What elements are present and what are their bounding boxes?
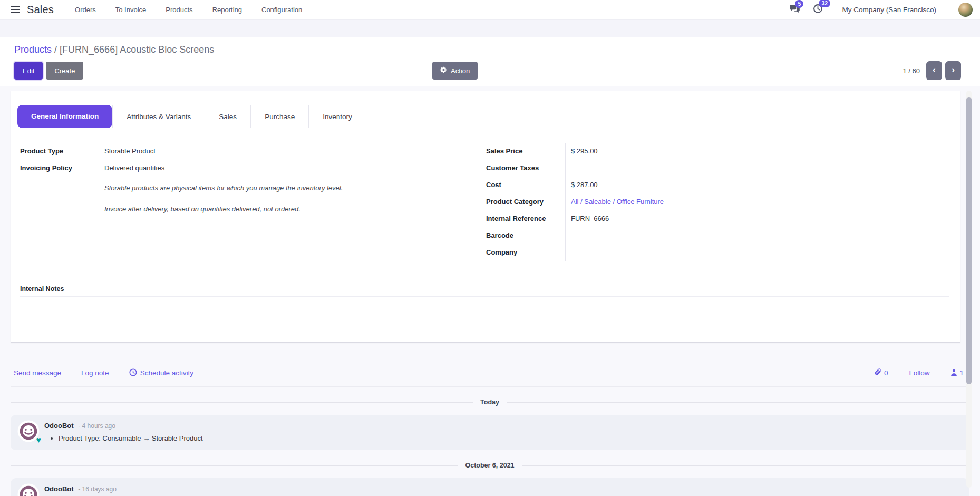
breadcrumb-products-link[interactable]: Products <box>14 44 52 55</box>
field-label-company: Company <box>486 244 565 261</box>
scrollbar-thumb[interactable] <box>966 97 972 384</box>
nav-item-to-invoice[interactable]: To Invoice <box>115 6 147 14</box>
log-note-button[interactable]: Log note <box>81 369 109 377</box>
breadcrumb: Products / [FURN_6666] Acoustic Bloc Scr… <box>14 44 980 55</box>
messages-menu[interactable]: 5 <box>789 4 800 15</box>
date-divider-today: Today <box>11 398 969 406</box>
nav-item-configuration[interactable]: Configuration <box>261 6 302 14</box>
divider-label: October 6, 2021 <box>465 462 514 469</box>
general-information-form: Product Type Storable Product Invoicing … <box>20 143 949 261</box>
field-value-cost: $ 287.00 <box>565 177 949 193</box>
field-value-sales-price: $ 295.00 <box>565 143 949 160</box>
field-label-cost: Cost <box>486 177 565 193</box>
message-author[interactable]: OdooBot <box>44 485 74 493</box>
nav-item-orders[interactable]: Orders <box>75 6 96 14</box>
app-title[interactable]: Sales <box>27 4 54 16</box>
notebook-tabs: General Information Attributes & Variant… <box>17 105 960 128</box>
followers-button[interactable]: 1 <box>950 369 964 377</box>
chatter: Send message Log note Schedule activity … <box>11 363 969 496</box>
apps-menu-icon[interactable] <box>11 6 20 13</box>
field-label-product-category: Product Category <box>486 193 565 210</box>
field-value-invoicing-policy: Delivered quantities <box>99 160 478 177</box>
field-value-customer-taxes <box>565 160 949 177</box>
pager-counter: 1 / 60 <box>903 67 920 75</box>
odoobot-avatar: ♥ <box>17 420 40 442</box>
message-author[interactable]: OdooBot <box>44 422 74 430</box>
tab-inventory[interactable]: Inventory <box>308 105 366 128</box>
field-value-barcode <box>565 227 949 244</box>
divider-label: Today <box>480 398 499 406</box>
schedule-activity-button[interactable]: Schedule activity <box>129 368 193 378</box>
field-label-internal-reference: Internal Reference <box>486 210 565 227</box>
activities-menu[interactable]: 32 <box>813 4 823 16</box>
odoobot-avatar: ♥ <box>17 483 40 496</box>
field-label-customer-taxes: Customer Taxes <box>486 160 565 177</box>
schedule-clock-icon <box>129 368 137 378</box>
edit-button[interactable]: Edit <box>14 62 43 80</box>
company-switcher[interactable]: My Company (San Francisco) <box>842 6 936 14</box>
chatter-toolbar: Send message Log note Schedule activity … <box>11 363 969 387</box>
create-button[interactable]: Create <box>46 62 83 80</box>
action-button-label: Action <box>451 67 470 75</box>
internal-notes-label: Internal Notes <box>20 285 949 297</box>
field-label-product-type: Product Type <box>20 143 99 160</box>
help-text-storable: Storable products are physical items for… <box>99 177 478 198</box>
schedule-activity-label: Schedule activity <box>140 369 193 377</box>
action-button[interactable]: Action <box>432 62 478 80</box>
heart-icon: ♥ <box>36 436 42 444</box>
pager-next-button[interactable]: › <box>945 61 961 80</box>
send-message-button[interactable]: Send message <box>14 369 61 377</box>
message-timestamp: - 16 days ago <box>78 485 117 493</box>
chatter-message: ♥ OdooBot - 4 hours ago Product Type: Co… <box>11 415 969 450</box>
spacer-cell <box>20 198 99 219</box>
product-form-sheet: General Information Attributes & Variant… <box>11 91 960 343</box>
person-icon <box>950 369 957 377</box>
send-message-label: Send message <box>14 369 61 377</box>
chatter-message: ♥ OdooBot - 16 days ago Product Template… <box>11 478 969 496</box>
log-note-label: Log note <box>81 369 109 377</box>
attachments-button[interactable]: 0 <box>874 368 888 378</box>
follow-label: Follow <box>909 369 929 377</box>
breadcrumb-separator: / <box>54 44 57 55</box>
user-avatar[interactable] <box>958 3 973 17</box>
navbar-spacer <box>0 20 980 37</box>
breadcrumb-current: [FURN_6666] Acoustic Bloc Screens <box>60 44 214 55</box>
messages-badge: 5 <box>795 0 803 8</box>
pager-previous-button[interactable]: ‹ <box>926 61 942 80</box>
spacer-cell <box>20 177 99 198</box>
help-text-invoice: Invoice after delivery, based on quantit… <box>99 198 478 219</box>
field-value-company <box>565 244 949 261</box>
tab-general-information[interactable]: General Information <box>17 105 112 128</box>
nav-item-reporting[interactable]: Reporting <box>212 6 242 14</box>
followers-count: 1 <box>959 369 964 377</box>
attachments-count: 0 <box>884 369 888 377</box>
date-divider-october: October 6, 2021 <box>11 462 969 469</box>
follow-button[interactable]: Follow <box>909 369 929 377</box>
gear-icon <box>440 66 447 75</box>
field-value-product-category-link[interactable]: All / Saleable / Office Furniture <box>565 193 949 210</box>
message-timestamp: - 4 hours ago <box>78 422 115 430</box>
nav-item-products[interactable]: Products <box>166 6 192 14</box>
field-value-product-type: Storable Product <box>99 143 478 160</box>
tab-purchase[interactable]: Purchase <box>250 105 309 128</box>
field-label-sales-price: Sales Price <box>486 143 565 160</box>
control-panel: Products / [FURN_6666] Acoustic Bloc Scr… <box>0 37 980 86</box>
content-area: General Information Attributes & Variant… <box>0 86 980 496</box>
field-label-invoicing-policy: Invoicing Policy <box>20 160 99 177</box>
top-navbar: Sales Orders To Invoice Products Reporti… <box>0 0 980 20</box>
message-body: Product Type: Consumable → Storable Prod… <box>59 434 960 442</box>
activities-badge: 32 <box>819 0 830 7</box>
tab-sales[interactable]: Sales <box>205 105 251 128</box>
field-value-internal-reference: FURN_6666 <box>565 210 949 227</box>
field-label-barcode: Barcode <box>486 227 565 244</box>
paperclip-icon <box>874 368 882 378</box>
tab-attributes-variants[interactable]: Attributes & Variants <box>112 105 205 128</box>
